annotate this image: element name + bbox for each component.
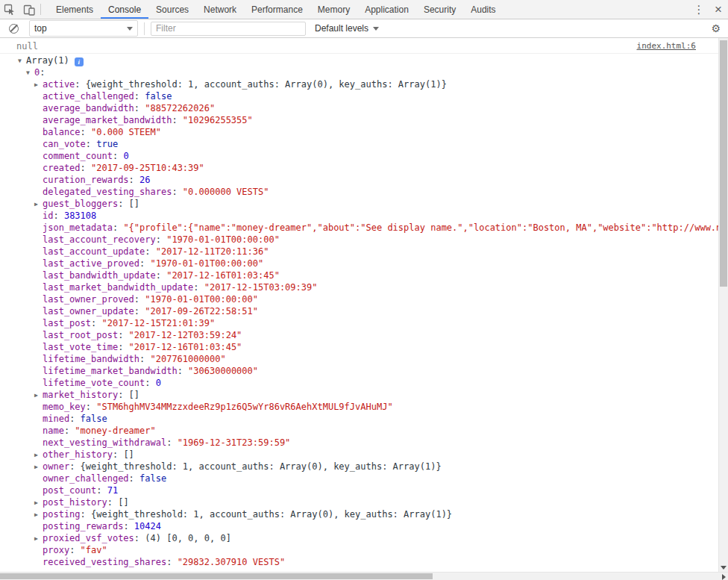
expand-open-icon[interactable]: ▼ [18, 55, 26, 66]
tree-row: received_vesting_shares: "29832.307910 V… [0, 556, 718, 568]
property-key: lifetime_bandwidth [43, 354, 139, 364]
close-icon[interactable]: × [709, 0, 728, 19]
scroll-right-arrow-icon[interactable] [722, 574, 726, 580]
tree-row: ▶owner: {weight_threshold: 1, account_au… [0, 461, 718, 473]
property-key: owner_challenged [43, 473, 129, 484]
expand-closed-icon[interactable]: ▶ [34, 390, 43, 401]
property-key: last_account_update [43, 246, 145, 257]
colon: : [129, 473, 139, 484]
colon: : [81, 509, 91, 520]
colon: : [91, 318, 101, 328]
filter-input[interactable] [151, 22, 306, 36]
expand-closed-icon[interactable]: ▶ [34, 449, 43, 461]
expand-closed-icon[interactable]: ▶ [34, 79, 43, 90]
panel-tabs: ElementsConsoleSourcesNetworkPerformance… [48, 0, 503, 19]
chevron-down-icon [373, 27, 379, 31]
expand-closed-icon[interactable]: ▶ [34, 509, 43, 520]
tree-row: last_market_bandwidth_update: "2017-12-1… [0, 281, 718, 293]
horizontal-scrollbar[interactable] [0, 572, 728, 580]
log-levels-selector[interactable]: Default levels [315, 23, 379, 34]
property-key: post_count [43, 485, 96, 496]
property-value: "2017-09-25T10:43:39" [91, 163, 204, 173]
tab-application[interactable]: Application [357, 0, 416, 19]
property-key: can_vote [43, 139, 86, 149]
property-value: "29832.307910 VESTS" [178, 557, 286, 567]
property-key: active_challenged [43, 91, 134, 102]
horizontal-scrollbar-thumb[interactable] [0, 573, 433, 579]
colon: : [134, 306, 145, 316]
colon: : [107, 497, 118, 508]
tab-console[interactable]: Console [101, 0, 148, 19]
tabbar-right-controls: ⋮ × [689, 0, 728, 19]
log-levels-label: Default levels [315, 23, 368, 34]
vertical-scrollbar-thumb[interactable] [720, 40, 727, 287]
property-value: "2017-12-15T03:09:39" [204, 282, 318, 293]
colon: : [166, 557, 177, 567]
property-key: last_vote_time [43, 342, 118, 352]
tabbar-divider [40, 4, 41, 15]
property-value: {weight_threshold: 1, account_auths: Arr… [86, 79, 447, 90]
colon: : [134, 103, 145, 113]
property-value: "2017-12-16T01:03:45" [166, 270, 280, 281]
property-value: "207761000000" [151, 354, 226, 364]
tree-row: ▶proxied_vsf_votes: (4) [0, 0, 0, 0] [0, 532, 718, 544]
property-value: "10296255355" [183, 115, 253, 125]
tree-row: post_count: 71 [0, 484, 718, 496]
panel-tabbar: ElementsConsoleSourcesNetworkPerformance… [0, 0, 728, 19]
colon: : [113, 151, 123, 161]
property-key: other_history [43, 449, 113, 460]
tree-row: last_post: "2017-12-15T21:01:39" [0, 317, 718, 329]
colon: : [139, 258, 150, 269]
colon: : [145, 378, 155, 388]
property-key: last_owner_update [43, 306, 134, 316]
tree-row: ▶posting: {weight_threshold: 1, account_… [0, 508, 718, 520]
property-value: "2017-12-16T01:03:45" [129, 342, 242, 352]
tab-performance[interactable]: Performance [244, 0, 310, 19]
tree-row: last_account_recovery: "1970-01-01T00:00… [0, 234, 718, 246]
tab-security[interactable]: Security [416, 0, 463, 19]
property-value: [] [129, 390, 139, 400]
colon: : [118, 342, 128, 352]
settings-gear-icon[interactable]: ⚙ [711, 22, 721, 34]
execution-context-selector[interactable]: top [29, 20, 138, 37]
tree-row: can_vote: true [0, 138, 718, 150]
property-key: last_owner_proved [43, 294, 134, 305]
device-toolbar-icon[interactable] [19, 0, 39, 19]
property-value: 0 [123, 151, 128, 161]
property-value: 26 [139, 175, 150, 185]
expand-open-icon[interactable]: ▼ [26, 67, 34, 78]
scroll-down-arrow-icon[interactable] [721, 566, 727, 570]
property-value: "1970-01-01T00:00:00" [151, 258, 264, 269]
property-key: proxied_vsf_votes [43, 533, 134, 543]
property-value: {weight_threshold: 1, account_auths: Arr… [91, 509, 452, 520]
tab-sources[interactable]: Sources [148, 0, 196, 19]
inspect-element-icon[interactable] [0, 0, 19, 19]
expand-closed-icon[interactable]: ▶ [34, 461, 43, 473]
vertical-scrollbar[interactable] [718, 38, 728, 572]
info-icon[interactable]: i [75, 57, 84, 66]
colon: : [118, 199, 128, 209]
property-key: received_vesting_shares [43, 557, 166, 567]
source-link[interactable]: index.html:6 [637, 41, 696, 51]
expand-closed-icon[interactable]: ▶ [34, 497, 43, 508]
tab-elements[interactable]: Elements [48, 0, 101, 19]
tab-network[interactable]: Network [196, 0, 244, 19]
tree-row: last_account_update: "2017-12-11T20:11:3… [0, 246, 718, 258]
tree-row: next_vesting_withdrawal: "1969-12-31T23:… [0, 437, 718, 449]
null-value: null [16, 41, 38, 52]
property-value: [] [123, 449, 134, 460]
more-options-icon[interactable]: ⋮ [689, 0, 709, 19]
property-key: average_bandwidth [43, 103, 134, 113]
colon: : [118, 390, 128, 400]
tree-row: delegated_vesting_shares: "0.000000 VEST… [0, 186, 718, 198]
property-key: delegated_vesting_shares [43, 187, 172, 197]
tab-memory[interactable]: Memory [310, 0, 357, 19]
tab-audits[interactable]: Audits [463, 0, 503, 19]
tree-row: id: 383108 [0, 210, 718, 222]
chevron-down-icon [127, 27, 133, 31]
property-key: last_post [43, 318, 91, 328]
expand-closed-icon[interactable]: ▶ [34, 199, 43, 210]
console-message: null index.html:6 [0, 38, 718, 54]
clear-console-icon[interactable] [9, 24, 19, 34]
expand-closed-icon[interactable]: ▶ [34, 533, 43, 544]
